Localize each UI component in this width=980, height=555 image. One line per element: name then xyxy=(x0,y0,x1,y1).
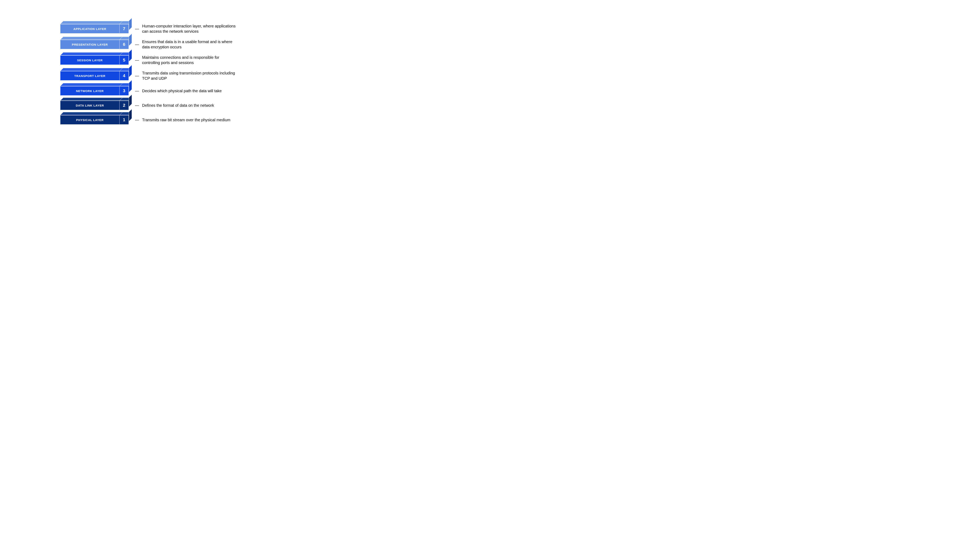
layer-row: SESSION LAYER5—Maintains connections and… xyxy=(60,55,236,66)
layer-row: TRANSPORT LAYER4—Transmits data using tr… xyxy=(60,71,236,81)
layer-number: 7 xyxy=(119,24,129,33)
box-side-face xyxy=(129,34,132,46)
layer-number: 5 xyxy=(119,56,129,65)
layer-row: APPLICATION LAYER7—Human-computer intera… xyxy=(60,24,236,34)
box-top-face xyxy=(60,37,132,40)
layer-description: Ensures that data is in a usable format … xyxy=(142,39,236,50)
layer-name: TRANSPORT LAYER xyxy=(60,71,119,80)
layer-number: 6 xyxy=(119,40,129,49)
connector-dash: — xyxy=(135,103,139,108)
layer-name: APPLICATION LAYER xyxy=(60,24,119,33)
layer-row: PHYSICAL LAYER1—Transmits raw bit stream… xyxy=(60,115,236,125)
box-top-face xyxy=(60,68,132,71)
box-top-face xyxy=(60,98,132,101)
box-front-face: PRESENTATION LAYER6 xyxy=(60,40,129,49)
layer-box: NETWORK LAYER3 xyxy=(60,86,129,96)
box-front-face: SESSION LAYER5 xyxy=(60,55,129,65)
box-front-face: DATA LINK LAYER2 xyxy=(60,101,129,110)
layer-name: PRESENTATION LAYER xyxy=(60,40,119,49)
layer-name: NETWORK LAYER xyxy=(60,87,119,95)
layer-box: SESSION LAYER5 xyxy=(60,55,129,65)
box-front-face: NETWORK LAYER3 xyxy=(60,86,129,96)
connector-dash: — xyxy=(135,118,139,122)
layer-box: PRESENTATION LAYER6 xyxy=(60,40,129,49)
layer-row: DATA LINK LAYER2—Defines the format of d… xyxy=(60,101,236,110)
box-side-face xyxy=(129,18,132,30)
layer-description: Transmits data using transmission protoc… xyxy=(142,71,236,81)
layer-row: PRESENTATION LAYER6—Ensures that data is… xyxy=(60,39,236,50)
layer-description: Decides which physical path the data wil… xyxy=(142,88,222,94)
box-side-face xyxy=(129,109,132,122)
connector-dash: — xyxy=(135,74,139,78)
connector-dash: — xyxy=(135,27,139,31)
layer-name: DATA LINK LAYER xyxy=(60,101,119,110)
connector-dash: — xyxy=(135,58,139,63)
connector-dash: — xyxy=(135,89,139,93)
box-side-face xyxy=(129,80,132,92)
box-front-face: TRANSPORT LAYER4 xyxy=(60,71,129,80)
layer-name: PHYSICAL LAYER xyxy=(60,115,119,124)
layer-description: Transmits raw bit stream over the physic… xyxy=(142,117,230,123)
layer-box: DATA LINK LAYER2 xyxy=(60,101,129,110)
layer-number: 3 xyxy=(119,87,129,95)
layer-number: 2 xyxy=(119,101,129,110)
connector-dash: — xyxy=(135,42,139,47)
box-front-face: PHYSICAL LAYER1 xyxy=(60,115,129,125)
layer-name: SESSION LAYER xyxy=(60,56,119,65)
box-front-face: APPLICATION LAYER7 xyxy=(60,24,129,34)
layer-number: 4 xyxy=(119,71,129,80)
box-top-face xyxy=(60,112,132,115)
box-side-face xyxy=(129,49,132,62)
box-side-face xyxy=(129,65,132,77)
box-top-face xyxy=(60,21,132,24)
box-top-face xyxy=(60,52,132,55)
layer-row: NETWORK LAYER3—Decides which physical pa… xyxy=(60,86,236,96)
layer-box: PHYSICAL LAYER1 xyxy=(60,115,129,125)
osi-diagram: APPLICATION LAYER7—Human-computer intera… xyxy=(60,24,236,125)
layer-box: APPLICATION LAYER7 xyxy=(60,24,129,34)
box-side-face xyxy=(129,95,132,107)
box-top-face xyxy=(60,83,132,86)
layer-description: Human-computer interaction layer, where … xyxy=(142,24,236,34)
layer-box: TRANSPORT LAYER4 xyxy=(60,71,129,80)
layer-description: Defines the format of data on the networ… xyxy=(142,103,214,108)
layer-description: Maintains connections and is responsible… xyxy=(142,55,236,66)
layer-number: 1 xyxy=(119,115,129,124)
